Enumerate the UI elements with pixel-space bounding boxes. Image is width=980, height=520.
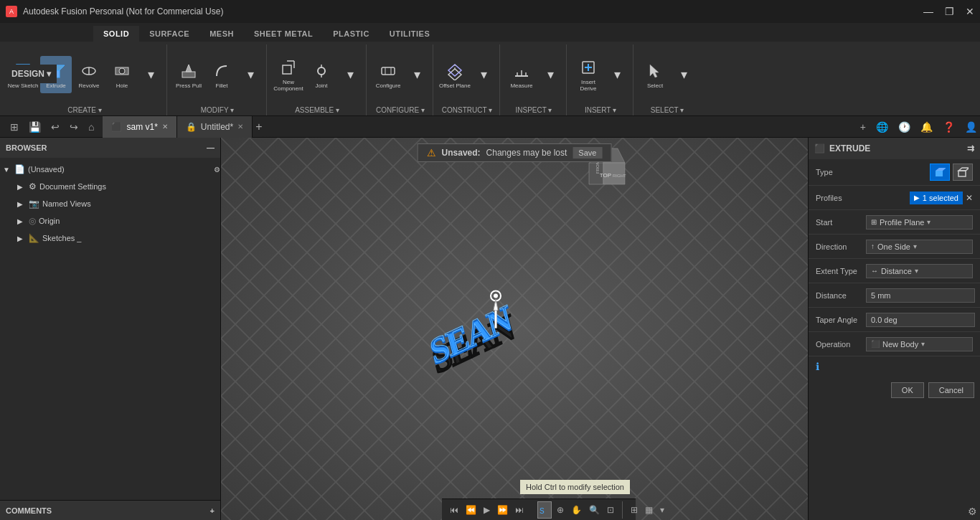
fillet-label: Fillet xyxy=(216,82,228,89)
fillet-btn[interactable]: Fillet xyxy=(206,56,237,93)
ok-button[interactable]: OK xyxy=(891,382,924,398)
timeline-next-btn[interactable]: ⏩ xyxy=(495,505,510,515)
more-assemble-btn[interactable]: ▾ xyxy=(339,56,362,93)
type-label: Type xyxy=(816,168,866,176)
pan-btn[interactable]: ✋ xyxy=(569,505,584,515)
help-icon[interactable]: ❓ xyxy=(940,121,958,133)
tab-mesh[interactable]: MESH xyxy=(199,26,244,42)
offset-plane-btn[interactable]: Offset Plane xyxy=(439,56,471,93)
profiles-clear-btn[interactable]: ✕ xyxy=(966,193,973,203)
direction-dropdown[interactable]: ↑ One Side ▾ xyxy=(866,240,973,254)
create-section-label: CREATE ▾ xyxy=(7,105,162,115)
start-dropdown[interactable]: ⊞ Profile Plane ▾ xyxy=(866,215,973,230)
clock-icon[interactable]: 🕐 xyxy=(895,121,913,133)
timeline-thumbnail[interactable]: S xyxy=(537,501,552,519)
svg-marker-46 xyxy=(958,168,969,171)
cancel-button[interactable]: Cancel xyxy=(928,382,974,398)
save-icon[interactable]: 💾 xyxy=(26,121,44,133)
extent-dropdown[interactable]: ↔ Distance ▾ xyxy=(866,264,973,278)
bell-icon[interactable]: 🔔 xyxy=(918,121,936,133)
operation-dropdown[interactable]: ⬛ New Body ▾ xyxy=(866,337,973,351)
distance-field[interactable] xyxy=(866,288,975,303)
extrude-expand-icon[interactable]: ⇉ xyxy=(967,143,974,153)
more-modify-btn[interactable]: ▾ xyxy=(239,56,262,93)
timeline: ⏮ ⏪ ▶ ⏩ ⏭ S ⊕ ✋ 🔍 ⊡ ⊞ ▦ ▾ xyxy=(442,498,636,520)
file-tab-untitled-close[interactable]: ✕ xyxy=(237,123,243,131)
more-configure-icon: ▾ xyxy=(407,65,427,85)
save-button[interactable]: Save xyxy=(573,147,602,159)
more-inspect-btn[interactable]: ▾ xyxy=(539,56,562,93)
revolve-btn[interactable]: Revolve xyxy=(73,56,105,93)
joint-btn[interactable]: Joint xyxy=(306,56,337,93)
redo-btn[interactable]: ↪ xyxy=(67,121,81,133)
move-btn[interactable]: ⊕ xyxy=(555,505,566,515)
offset-plane-icon xyxy=(445,61,465,81)
more-select-btn[interactable]: ▾ xyxy=(672,56,695,93)
measure-btn[interactable]: Measure xyxy=(506,56,537,93)
profiles-selected-btn[interactable]: ▶ 1 selected xyxy=(910,192,963,204)
ribbon-section-construct: Offset Plane ▾ CONSTRUCT ▾ xyxy=(435,44,500,115)
online-icon[interactable]: 🌐 xyxy=(873,121,891,133)
close-button[interactable]: ✕ xyxy=(966,6,974,17)
select-btn[interactable]: Select xyxy=(639,56,671,93)
tab-sheet-metal[interactable]: SHEET METAL xyxy=(244,26,323,42)
comments-add-icon[interactable]: + xyxy=(210,506,215,515)
grid-icon[interactable]: ⊞ xyxy=(7,121,22,133)
new-component-btn[interactable]: New Component xyxy=(273,56,304,93)
type-surface-btn[interactable] xyxy=(953,164,973,181)
panel-settings[interactable]: ⚙ xyxy=(965,503,980,520)
timeline-end-btn[interactable]: ⏭ xyxy=(513,505,526,515)
hole-btn[interactable]: Hole xyxy=(106,56,138,93)
type-solid-btn[interactable] xyxy=(930,164,950,181)
nav-sep xyxy=(622,501,623,519)
file-tab-untitled[interactable]: 🔒 Untitled* ✕ xyxy=(177,116,253,138)
new-tab-btn[interactable]: + xyxy=(255,120,262,133)
sketches-icon: 📐 xyxy=(29,233,39,243)
maximize-button[interactable]: ❐ xyxy=(945,6,954,17)
configure-btn[interactable]: Configure xyxy=(372,56,404,93)
taper-field[interactable] xyxy=(866,313,975,327)
extrude-footer: OK Cancel xyxy=(809,377,980,404)
tab-surface[interactable]: SURFACE xyxy=(139,26,199,42)
type-value xyxy=(866,164,973,181)
tree-named-views[interactable]: ▶ 📷 Named Views xyxy=(0,195,220,212)
tree-sketches[interactable]: ▶ 📐 Sketches _ xyxy=(0,230,220,247)
add-tab-icon[interactable]: + xyxy=(857,121,869,133)
timeline-start-btn[interactable]: ⏮ xyxy=(448,505,461,515)
timeline-play-btn[interactable]: ▶ xyxy=(481,505,492,515)
tree-origin[interactable]: ▶ ◎ Origin xyxy=(0,212,220,230)
user-icon[interactable]: 👤 xyxy=(962,121,980,133)
modify-section-label: MODIFY ▾ xyxy=(173,105,262,115)
more-construct-btn[interactable]: ▾ xyxy=(472,56,495,93)
tab-utilities[interactable]: UTILITIES xyxy=(380,26,440,42)
file-tab-sam[interactable]: ⬛ sam v1* ✕ xyxy=(103,116,176,138)
undo-btn[interactable]: ↩ xyxy=(48,121,62,133)
browser-collapse[interactable]: — xyxy=(207,143,215,152)
more-insert-btn[interactable]: ▾ xyxy=(606,56,628,93)
tab-solid[interactable]: SOLID xyxy=(93,26,139,42)
viewport[interactable]: ⚠ Unsaved: Changes may be lost Save SEAN… xyxy=(221,138,808,520)
grid-view-btn[interactable]: ⊞ xyxy=(628,505,640,515)
press-pull-btn[interactable]: Press Pull xyxy=(173,56,204,93)
more-view-btn[interactable]: ▾ xyxy=(658,505,666,515)
extrude-icon-header: ⬛ xyxy=(814,143,825,153)
tab-plastic[interactable]: PLASTIC xyxy=(323,26,380,42)
more-configure-btn[interactable]: ▾ xyxy=(405,56,428,93)
tree-unsaved[interactable]: ▼ 📄 (Unsaved) ⚙ xyxy=(0,161,220,178)
tree-settings-icon[interactable]: ⚙ xyxy=(214,166,220,174)
tree-document-settings[interactable]: ▶ ⚙ Document Settings xyxy=(0,178,220,195)
more-create-btn[interactable]: ▾ xyxy=(139,56,162,93)
zoom-in-btn[interactable]: 🔍 xyxy=(587,505,602,515)
display-btn[interactable]: ▦ xyxy=(643,505,655,515)
minimize-button[interactable]: — xyxy=(923,6,933,17)
window-controls[interactable]: — ❐ ✕ xyxy=(923,6,974,17)
main-area: BROWSER — ▼ 📄 (Unsaved) ⚙ ▶ ⚙ Document S… xyxy=(0,138,980,520)
timeline-prev-btn[interactable]: ⏪ xyxy=(463,505,479,515)
file-tab-untitled-label: Untitled* xyxy=(201,122,233,132)
home-btn[interactable]: ⌂ xyxy=(85,121,97,133)
insert-derive-btn[interactable]: Insert Derive xyxy=(573,56,604,93)
file-tab-sam-close[interactable]: ✕ xyxy=(162,123,168,131)
fit-btn[interactable]: ⊡ xyxy=(605,505,616,515)
operation-dropdown-arrow: ▾ xyxy=(921,340,925,348)
design-dropdown[interactable]: DESIGN ▾ xyxy=(6,65,57,83)
